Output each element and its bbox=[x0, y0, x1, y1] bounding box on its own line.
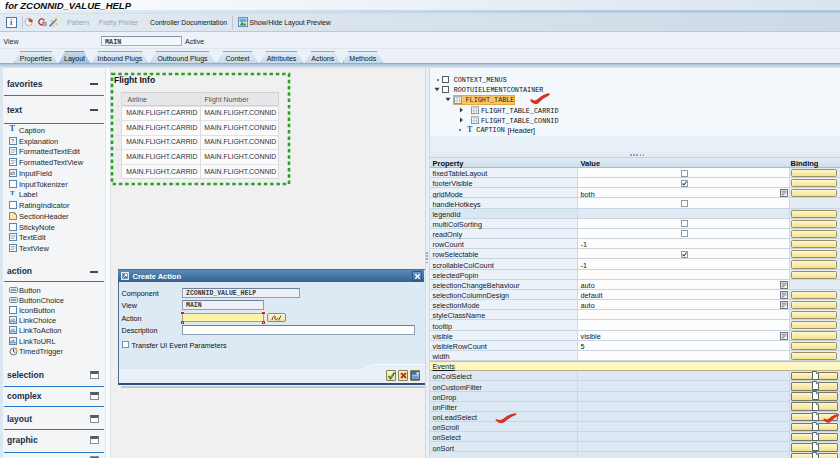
svg-text:?: ? bbox=[11, 138, 14, 144]
svg-text:ab: ab bbox=[10, 337, 15, 342]
svg-text:ab: ab bbox=[10, 317, 15, 322]
svg-text:ab: ab bbox=[10, 327, 15, 332]
svg-text:ab: ab bbox=[10, 171, 16, 176]
